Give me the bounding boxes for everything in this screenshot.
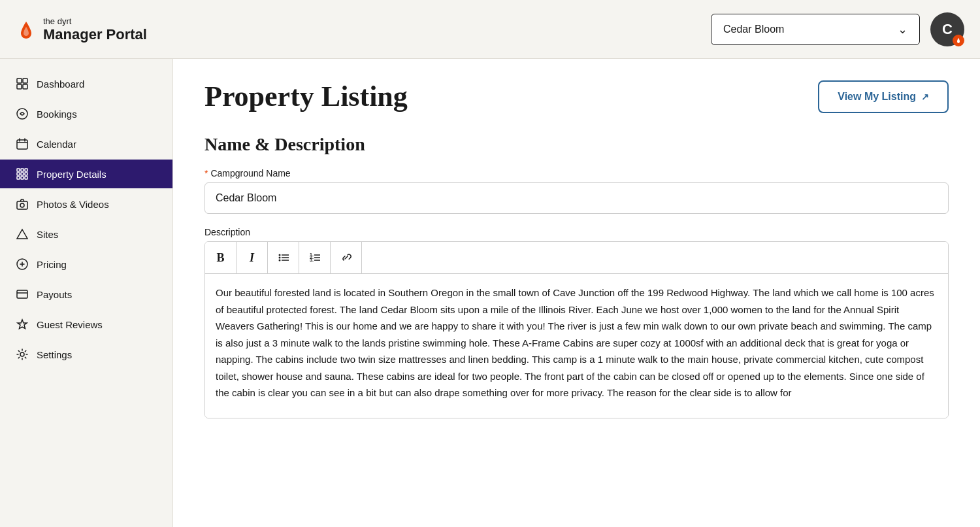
avatar-badge <box>953 35 964 46</box>
sidebar: Dashboard Bookings Calendar Property Det… <box>0 59 173 527</box>
brand-text: the dyrt Manager Portal <box>43 15 147 42</box>
sidebar-item-pricing-label: Pricing <box>37 259 67 270</box>
view-listing-label: View My Listing <box>838 91 916 103</box>
svg-rect-1 <box>23 78 27 83</box>
sidebar-item-photos-label: Photos & Videos <box>37 199 109 210</box>
page-title: Property Listing <box>204 80 408 113</box>
editor-toolbar: B I 1.2.3. <box>205 242 948 274</box>
svg-rect-9 <box>17 173 20 175</box>
sidebar-item-property-details[interactable]: Property Details <box>0 160 172 188</box>
brand-name: the dyrt <box>43 16 71 26</box>
bold-button[interactable]: B <box>205 242 237 273</box>
avatar-initial: C <box>942 21 953 38</box>
svg-point-16 <box>20 203 24 207</box>
sidebar-item-settings-label: Settings <box>37 349 72 360</box>
required-star: * <box>204 168 208 178</box>
name-description-title: Name & Description <box>204 134 949 155</box>
sidebar-item-dashboard[interactable]: Dashboard <box>0 69 172 98</box>
svg-point-24 <box>278 260 280 262</box>
svg-rect-12 <box>17 177 20 179</box>
chevron-down-icon: ⌄ <box>898 22 907 37</box>
view-listing-button[interactable]: View My Listing ↗ <box>818 80 949 113</box>
sidebar-item-bookings-label: Bookings <box>37 109 77 120</box>
sidebar-item-calendar[interactable]: Calendar <box>0 129 172 158</box>
svg-rect-2 <box>17 84 22 89</box>
campground-name-input[interactable] <box>204 182 949 214</box>
svg-point-20 <box>278 254 280 256</box>
sidebar-item-reviews-label: Guest Reviews <box>37 319 103 330</box>
payouts-icon <box>16 288 29 301</box>
avatar[interactable]: C <box>930 12 964 46</box>
svg-rect-6 <box>17 169 20 171</box>
svg-point-4 <box>17 109 27 119</box>
main-content: Property Listing View My Listing ↗ Name … <box>173 59 980 527</box>
svg-rect-14 <box>25 177 27 179</box>
sidebar-item-pricing[interactable]: Pricing <box>0 250 172 279</box>
svg-point-19 <box>20 352 24 356</box>
sidebar-item-bookings[interactable]: Bookings <box>0 99 172 128</box>
svg-rect-10 <box>21 173 24 175</box>
svg-rect-0 <box>17 78 22 83</box>
description-label: Description <box>204 227 949 237</box>
sidebar-item-sites-label: Sites <box>37 229 58 240</box>
unordered-list-button[interactable] <box>268 242 299 273</box>
description-editor: B I 1.2.3. Our beautiful forested land i… <box>204 241 949 418</box>
svg-point-22 <box>278 257 280 259</box>
fire-badge-icon <box>955 37 962 44</box>
page-header: Property Listing View My Listing ↗ <box>204 80 949 113</box>
svg-rect-18 <box>17 290 27 298</box>
svg-rect-8 <box>25 169 27 171</box>
sidebar-item-payouts-label: Payouts <box>37 289 72 300</box>
ordered-list-button[interactable]: 1.2.3. <box>299 242 331 273</box>
description-field: Description B I 1.2.3. Our beautiful for… <box>204 227 949 418</box>
triangle-icon <box>16 228 29 241</box>
svg-rect-13 <box>21 177 24 179</box>
campground-name-field: *Campground Name <box>204 168 949 227</box>
sidebar-item-property-details-label: Property Details <box>37 169 106 180</box>
sidebar-item-photos-videos[interactable]: Photos & Videos <box>0 190 172 218</box>
svg-rect-11 <box>25 173 27 175</box>
sidebar-item-sites[interactable]: Sites <box>0 220 172 248</box>
app-layout: Dashboard Bookings Calendar Property Det… <box>0 59 980 527</box>
sidebar-item-dashboard-label: Dashboard <box>37 78 84 90</box>
property-details-icon <box>16 167 29 180</box>
pricing-icon <box>16 258 29 271</box>
portal-title: Manager Portal <box>43 27 147 42</box>
header: the dyrt Manager Portal Cedar Bloom ⌄ C <box>0 0 980 59</box>
sidebar-item-calendar-label: Calendar <box>37 139 76 150</box>
camera-icon <box>16 197 29 211</box>
svg-text:3.: 3. <box>310 258 314 262</box>
link-button[interactable] <box>331 242 362 273</box>
external-link-icon: ↗ <box>921 92 929 102</box>
campground-name-label: *Campground Name <box>204 168 949 178</box>
property-selector-value: Cedar Bloom <box>723 24 784 35</box>
italic-button[interactable]: I <box>237 242 268 273</box>
svg-rect-15 <box>17 201 27 209</box>
sidebar-item-payouts[interactable]: Payouts <box>0 280 172 309</box>
svg-rect-7 <box>21 169 24 171</box>
property-selector[interactable]: Cedar Bloom ⌄ <box>711 14 920 45</box>
description-editor-content[interactable]: Our beautiful forested land is located i… <box>205 274 948 418</box>
star-icon <box>16 318 29 331</box>
calendar-icon <box>16 137 29 150</box>
grid-icon <box>16 77 29 90</box>
brand-logo <box>16 19 37 40</box>
brand-section: the dyrt Manager Portal <box>16 15 147 42</box>
sidebar-item-guest-reviews[interactable]: Guest Reviews <box>0 310 172 339</box>
header-right: Cedar Bloom ⌄ C <box>711 12 964 46</box>
gear-icon <box>16 348 29 361</box>
sidebar-item-settings[interactable]: Settings <box>0 340 172 369</box>
svg-rect-3 <box>23 84 27 89</box>
svg-rect-5 <box>17 140 27 149</box>
bookings-icon <box>16 107 29 120</box>
